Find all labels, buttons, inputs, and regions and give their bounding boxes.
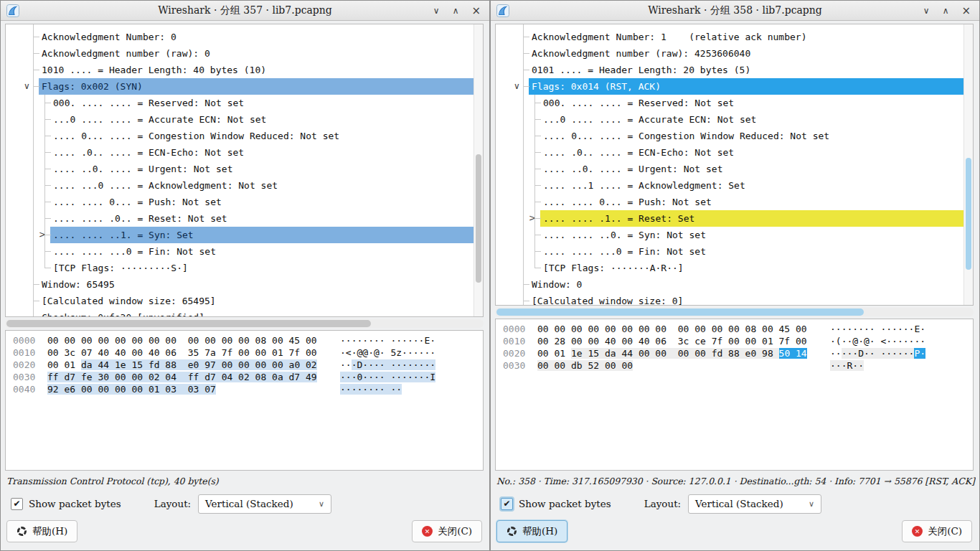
close-icon[interactable]: × [961, 6, 971, 17]
maximize-icon[interactable]: ∧ [453, 6, 459, 15]
close-icon[interactable]: × [471, 6, 481, 17]
tree-row[interactable]: .... .... 0... = Push: Not set [496, 194, 963, 210]
tree-row[interactable]: .... .... ...0 = Fin: Not set [6, 243, 473, 260]
show-packet-bytes-checkbox[interactable]: ✔ [501, 498, 513, 510]
tree-row[interactable]: Acknowledgment Number: 1 (relative ack n… [496, 29, 963, 45]
tree-row-label: .... .0.. .... = ECN-Echo: Not set [540, 144, 738, 161]
tree-row-label: 000. .... .... = Reserved: Not set [50, 95, 248, 111]
tree-row-label: 000. .... .... = Reserved: Not set [540, 95, 738, 111]
tree-row[interactable]: .... .... ..0. = Syn: Not set [496, 227, 963, 243]
scrollbar-thumb[interactable] [476, 154, 481, 283]
tree-row-label: ...0 .... .... = Accurate ECN: Not set [540, 111, 760, 128]
tree-row-label: Acknowledgment number (raw): 4253606040 [529, 45, 755, 62]
hex-row[interactable]: 002000 01 da 44 1e 15 fd 88 e0 97 00 00 … [6, 359, 483, 371]
hex-row[interactable]: 001000 28 00 00 40 00 40 06 3c ce 7f 00 … [496, 335, 973, 347]
tree-row[interactable]: ∨Flags: 0x002 (SYN) [6, 78, 473, 95]
expand-icon[interactable]: > [529, 210, 536, 227]
tree-row[interactable]: ∨Flags: 0x014 (RST, ACK) [496, 78, 963, 95]
tree-row[interactable]: ...0 .... .... = Accurate ECN: Not set [6, 111, 473, 128]
tree-row[interactable]: .... .... ...0 = Fin: Not set [496, 243, 963, 260]
scrollbar-thumb[interactable] [6, 320, 371, 327]
tree-row-label: .... .... .0.. = Reset: Not set [50, 210, 232, 227]
hex-offset: 0010 [503, 335, 529, 347]
tree-row[interactable]: .... ...0 .... = Acknowledgment: Not set [6, 177, 473, 194]
collapse-icon[interactable]: ∨ [24, 78, 30, 95]
tree-row[interactable]: .... .... 0... = Push: Not set [6, 194, 473, 210]
layout-select[interactable]: Vertical (Stacked) ∨ [198, 494, 331, 514]
help-button[interactable]: 帮助(H) [496, 520, 567, 542]
hex-ascii: ········ ······E· [830, 323, 925, 335]
hex-row[interactable]: 0030ff d7 fe 30 00 00 02 04 ff d7 04 02 … [6, 371, 483, 383]
tree-horizontal-scrollbar[interactable] [5, 319, 484, 328]
tree-row[interactable]: .... .... .0.. = Reset: Not set [6, 210, 473, 227]
tree-row[interactable]: .... .0.. .... = ECN-Echo: Not set [496, 144, 963, 161]
tree-row-label: Flags: 0x014 (RST, ACK) [529, 78, 963, 95]
tree-row[interactable]: .... ..0. .... = Urgent: Not set [496, 161, 963, 177]
tree-row-label: .... .... 0... = Push: Not set [50, 194, 226, 210]
tree-row[interactable]: [TCP Flags: ·······A·R··] [496, 260, 963, 276]
tree-row[interactable]: [Calculated window size: 0] [496, 293, 963, 305]
wireshark-dialog-window: Wireshark · 分组 357 · lib7.pcapng ∨ ∧ × A… [0, 0, 490, 551]
tree-row-label: Acknowledgment Number: 0 [39, 29, 181, 45]
close-button[interactable]: ✕ 关闭(C) [902, 520, 972, 542]
hex-offset: 0040 [13, 383, 39, 395]
tree-vertical-scrollbar[interactable] [963, 24, 973, 305]
tree-row[interactable]: .... 0... .... = Congestion Window Reduc… [496, 128, 963, 144]
scrollbar-thumb[interactable] [496, 309, 864, 316]
tree-row[interactable]: 000. .... .... = Reserved: Not set [496, 95, 963, 111]
tree-row-label: .... .... .1.. = Reset: Set [540, 210, 963, 227]
tree-row[interactable]: Acknowledgment Number: 0 [6, 29, 473, 45]
minimize-icon[interactable]: ∨ [433, 6, 440, 15]
tree-row[interactable]: Acknowledgment number (raw): 4253606040 [496, 45, 963, 62]
titlebar[interactable]: Wireshark · 分组 357 · lib7.pcapng ∨ ∧ × [1, 1, 489, 21]
titlebar[interactable]: Wireshark · 分组 358 · lib7.pcapng ∨ ∧ × [491, 1, 979, 21]
tree-horizontal-scrollbar[interactable] [495, 308, 974, 316]
close-circle-icon: ✕ [422, 526, 433, 537]
scrollbar-thumb[interactable] [966, 158, 971, 270]
tree-row[interactable]: >.... .... ..1. = Syn: Set [6, 227, 473, 243]
collapse-icon[interactable]: ∨ [514, 78, 520, 95]
tree-row[interactable]: .... ..0. .... = Urgent: Not set [6, 161, 473, 177]
hex-row[interactable]: 001000 3c 07 40 40 00 40 06 35 7a 7f 00 … [6, 347, 483, 359]
tree-row[interactable]: 1010 .... = Header Length: 40 bytes (10) [6, 62, 473, 78]
tree-vertical-scrollbar[interactable] [473, 24, 483, 316]
tree-row[interactable]: [Calculated window size: 65495] [6, 293, 473, 309]
tree-rows: Acknowledgment Number: 0Acknowledgment n… [6, 24, 473, 316]
controls-row: ✔ Show packet bytes Layout: Vertical (St… [501, 494, 974, 514]
chevron-down-icon: ∨ [319, 499, 324, 509]
tree-row[interactable]: 0101 .... = Header Length: 20 bytes (5) [496, 62, 963, 78]
tree-row[interactable]: .... .0.. .... = ECN-Echo: Not set [6, 144, 473, 161]
tree-row[interactable]: .... ...1 .... = Acknowledgment: Set [496, 177, 963, 194]
hex-bytes: 00 00 db 52 00 00 [537, 359, 813, 372]
tree-row[interactable]: ...0 .... .... = Accurate ECN: Not set [496, 111, 963, 128]
tree-row[interactable]: Acknowledgment number (raw): 0 [6, 45, 473, 62]
layout-select[interactable]: Vertical (Stacked) ∨ [688, 494, 821, 514]
help-button-label: 帮助(H) [32, 525, 67, 538]
help-button[interactable]: 帮助(H) [6, 520, 77, 542]
hex-ascii: ···R·· [830, 359, 864, 372]
hex-row[interactable]: 000000 00 00 00 00 00 00 00 00 00 00 00 … [6, 334, 483, 347]
hex-bytes: 92 e6 00 00 00 00 01 03 03 07 [47, 383, 323, 395]
tree-row-label: .... .... ..1. = Syn: Set [50, 227, 473, 243]
tree-row[interactable]: [TCP Flags: ·········S·] [6, 260, 473, 276]
tree-row[interactable]: >.... .... .1.. = Reset: Set [496, 210, 963, 227]
expand-icon[interactable]: > [39, 227, 46, 243]
tree-row-label: .... .... ...0 = Fin: Not set [540, 243, 710, 260]
hex-row[interactable]: 004092 e6 00 00 00 00 01 03 03 07·······… [6, 383, 483, 395]
hex-row[interactable]: 002000 01 1e 15 da 44 00 00 00 00 fd 88 … [496, 347, 973, 359]
tree-row[interactable]: Window: 65495 [6, 276, 473, 293]
tree-row[interactable]: .... 0... .... = Congestion Window Reduc… [6, 128, 473, 144]
tree-row[interactable]: Checksum: 0xfe30 [unverified] [6, 309, 473, 316]
show-packet-bytes-checkbox[interactable]: ✔ [11, 498, 23, 510]
window-title: Wireshark · 分组 358 · lib7.pcapng [648, 4, 822, 17]
maximize-icon[interactable]: ∧ [943, 6, 949, 15]
tree-row-label: Window: 0 [529, 276, 586, 293]
close-circle-icon: ✕ [912, 526, 923, 537]
close-button[interactable]: ✕ 关闭(C) [412, 520, 482, 542]
tree-row[interactable]: Window: 0 [496, 276, 963, 293]
hex-row[interactable]: 000000 00 00 00 00 00 00 00 00 00 00 00 … [496, 323, 973, 335]
hex-row[interactable]: 003000 00 db 52 00 00···R·· [496, 359, 973, 372]
minimize-icon[interactable]: ∨ [923, 6, 930, 15]
hex-bytes: 00 00 00 00 00 00 00 00 00 00 00 00 08 0… [537, 323, 813, 335]
tree-row[interactable]: 000. .... .... = Reserved: Not set [6, 95, 473, 111]
